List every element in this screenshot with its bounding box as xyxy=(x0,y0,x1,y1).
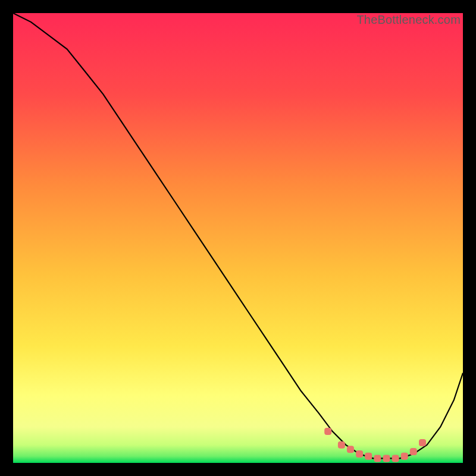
gradient-background xyxy=(13,13,463,463)
optimal-marker xyxy=(374,455,381,462)
optimal-marker xyxy=(410,448,417,455)
optimal-marker xyxy=(338,441,345,449)
chart-plot-area: TheBottleneck.com xyxy=(13,13,463,463)
optimal-marker xyxy=(401,453,408,460)
watermark-text: TheBottleneck.com xyxy=(356,13,461,27)
chart-frame: TheBottleneck.com xyxy=(0,0,476,476)
optimal-marker xyxy=(419,439,426,446)
optimal-marker xyxy=(392,455,399,462)
optimal-marker xyxy=(365,453,372,460)
optimal-marker xyxy=(356,450,363,458)
optimal-marker xyxy=(324,428,331,435)
chart-svg xyxy=(13,13,463,463)
optimal-marker xyxy=(383,455,390,462)
optimal-marker xyxy=(347,446,354,453)
